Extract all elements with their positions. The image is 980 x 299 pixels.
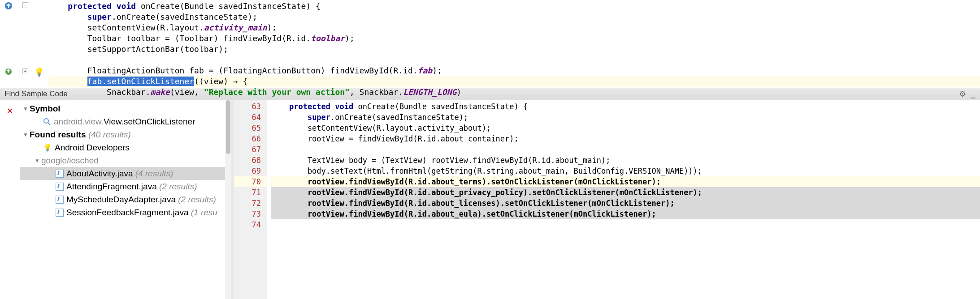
- tree-node-found[interactable]: ▼ Found results (40 results): [20, 128, 231, 141]
- file-name: AttendingFragment.java: [66, 182, 157, 192]
- resource-ref: activity_main: [204, 23, 267, 32]
- chevron-down-icon[interactable]: ▼: [34, 158, 40, 164]
- code-line: super.onCreate(savedInstanceState);: [271, 113, 468, 122]
- resource-ref: toolbar: [311, 34, 345, 43]
- current-line: fab.setOnClickListener((view) → {: [48, 76, 980, 87]
- code-line: rootView.findViewById(R.id.about_privacy…: [271, 187, 980, 198]
- code-area[interactable]: protected void onCreate(Bundle savedInst…: [0, 0, 980, 98]
- code-line: setContentView(R.layout.activity_about);: [271, 124, 491, 132]
- java-file-icon: [56, 196, 64, 204]
- root: { "editor": { "lines": { "l1_pre": " ", …: [0, 0, 980, 299]
- bulb-icon: 💡: [43, 143, 52, 152]
- tree-node-symbol-value[interactable]: android.view.View.setOnClickListener: [20, 115, 231, 128]
- tree-node-iosched[interactable]: ▼ google/iosched: [20, 154, 231, 167]
- scrollbar-thumb[interactable]: [226, 100, 230, 154]
- file-name: SessionFeedbackFragment.java: [66, 208, 188, 218]
- tree-file-attending[interactable]: AttendingFragment.java (2 results): [20, 180, 231, 193]
- keyword: super: [87, 12, 112, 21]
- result-count: (2 results): [159, 182, 197, 192]
- result-count: (40 results): [88, 130, 131, 140]
- selection: fab.setOnClickListener: [87, 77, 194, 86]
- keyword: protected: [68, 1, 112, 11]
- code-line: rootView.findViewById(R.id.about_license…: [271, 198, 980, 209]
- code-line: rootView.findViewById(R.id.about_eula).s…: [271, 209, 980, 219]
- code-line: protected void onCreate(Bundle savedInst…: [271, 102, 528, 111]
- modified-icon[interactable]: [4, 68, 13, 76]
- code-line: TextView body = (TextView) rootView.find…: [271, 156, 610, 165]
- tree-label: Android Developers: [55, 143, 130, 153]
- java-file-icon: [56, 209, 64, 217]
- tree-node-android-dev[interactable]: 💡 Android Developers: [20, 141, 231, 154]
- code-line: rootView = findViewById(R.id.about_conta…: [271, 134, 519, 143]
- sample-gutter: 636465666768697071727374: [234, 100, 267, 299]
- java-file-icon: [56, 183, 64, 191]
- code-line: rootView.findViewById(R.id.about_terms).…: [271, 176, 980, 187]
- sample-code[interactable]: protected void onCreate(Bundle savedInst…: [267, 100, 980, 299]
- fold-icon[interactable]: +: [22, 68, 28, 74]
- find-sample-code-panel: ✕ ▼ Symbol android.view.View.setOnClickL…: [0, 100, 980, 299]
- override-icon[interactable]: [4, 2, 13, 10]
- svg-line-3: [48, 123, 50, 125]
- search-icon: [43, 118, 51, 126]
- close-column: ✕: [0, 100, 20, 299]
- tree-file-schedule[interactable]: MyScheduleDayAdapter.java (2 results): [20, 193, 231, 206]
- chevron-down-icon[interactable]: ▼: [22, 106, 29, 112]
- tree-node-symbol[interactable]: ▼ Symbol: [20, 102, 231, 115]
- close-icon[interactable]: ✕: [7, 105, 13, 299]
- svg-point-2: [44, 119, 48, 123]
- sample-code-viewer[interactable]: 636465666768697071727374 protected void …: [234, 100, 980, 299]
- main-editor[interactable]: − + 💡 protected void onCreate(Bundle sav…: [0, 0, 980, 88]
- code-text: [48, 1, 68, 11]
- package-prefix: android.view.: [54, 117, 104, 127]
- tree-file-session[interactable]: SessionFeedbackFragment.java (1 resu: [20, 206, 231, 219]
- tree-file-about[interactable]: AboutActivity.java (4 results): [20, 167, 231, 180]
- chevron-down-icon[interactable]: ▼: [22, 132, 29, 138]
- keyword: void: [117, 1, 136, 11]
- file-name: AboutActivity.java: [66, 169, 133, 179]
- result-count: (4 results): [135, 169, 173, 179]
- result-count: (2 results): [178, 195, 216, 205]
- intention-bulb-icon[interactable]: 💡: [34, 67, 44, 77]
- string-literal: "Replace with your own action": [204, 87, 350, 97]
- tree-label: Symbol: [30, 104, 61, 114]
- results-tree[interactable]: ▼ Symbol android.view.View.setOnClickLis…: [20, 100, 234, 299]
- tree-label: google/iosched: [41, 156, 99, 166]
- result-count: (1 resu: [191, 208, 217, 218]
- code-line: body.setText(Html.fromHtml(getString(R.s…: [271, 167, 702, 175]
- editor-gutter: − + 💡: [0, 0, 45, 88]
- tree-label: Found results: [30, 130, 86, 140]
- symbol-name: View.setOnClickListener: [104, 117, 195, 127]
- resource-ref: fab: [418, 66, 433, 75]
- file-name: MyScheduleDayAdapter.java: [66, 195, 176, 205]
- java-file-icon: [56, 170, 64, 178]
- tree-scrollbar[interactable]: [225, 100, 231, 299]
- fold-icon[interactable]: −: [22, 2, 28, 8]
